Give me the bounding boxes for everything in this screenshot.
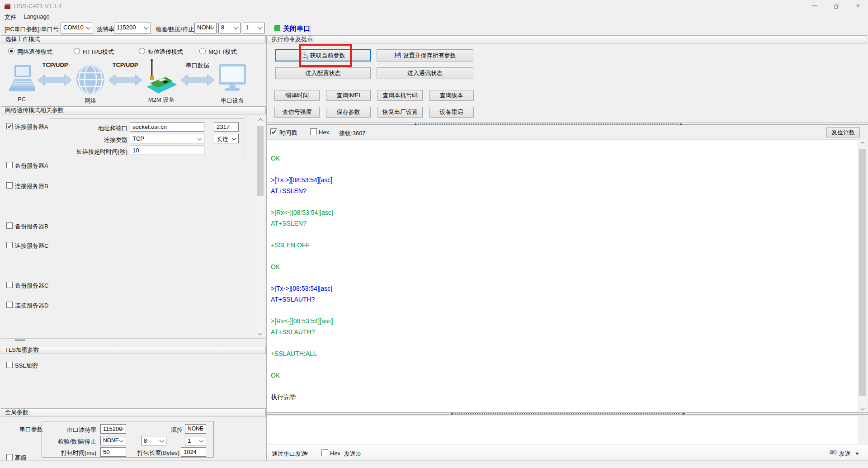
diagram-node-network-label: 网络: [85, 97, 96, 105]
send-via-serial-dropdown[interactable]: 通过串口发送: [272, 450, 307, 458]
scroll-down-icon[interactable]: [256, 330, 264, 337]
close-button[interactable]: ×: [850, 0, 866, 12]
factory-reset-button[interactable]: 恢复出厂设置: [377, 107, 423, 118]
com-port-select[interactable]: COM10: [61, 23, 93, 33]
pc-serial-params-label: [PC串口参数]:串口号: [5, 25, 59, 33]
diagram-link1-label: TCP/UDP: [42, 61, 68, 68]
server-d-checkbox[interactable]: [6, 302, 13, 308]
log-line: +SSLAUTH:ALL: [271, 349, 317, 358]
reset-counter-button[interactable]: 复位计数: [826, 127, 860, 137]
radio-mqtt-mode[interactable]: [199, 48, 206, 54]
radio-httpd-mode[interactable]: [74, 48, 80, 54]
compile-time-button[interactable]: 编译时间: [274, 90, 320, 101]
log-output-area[interactable]: [267, 139, 858, 412]
query-version-button[interactable]: 查询版本: [429, 90, 474, 101]
chevron-down-icon[interactable]: [855, 453, 859, 455]
conn-type-label: 连接类型: [73, 136, 127, 144]
query-imei-button[interactable]: 查询IMEI: [326, 90, 371, 101]
stop-bits-select[interactable]: 1: [243, 23, 265, 33]
send-speaker-icon: [829, 448, 837, 456]
get-current-params-button[interactable]: 获取当前参数: [275, 49, 371, 61]
splitter-dots: [418, 123, 678, 124]
params-scrollbar-thumb[interactable]: [257, 126, 264, 196]
menu-file[interactable]: 文件: [5, 13, 16, 21]
chevron-down-icon: [144, 25, 149, 30]
send-button[interactable]: 发送: [839, 450, 851, 458]
chevron-down-icon: [160, 438, 164, 442]
tls-header: TLS加密参数: [1, 346, 266, 354]
log-scrollbar-thumb[interactable]: [859, 149, 866, 396]
query-signal-button[interactable]: 查信号强度: [274, 107, 320, 118]
check-icon: [271, 129, 277, 135]
splitter-collapse-icon[interactable]: [450, 413, 454, 415]
scroll-up-icon[interactable]: [859, 139, 866, 147]
chevron-down-icon[interactable]: [305, 453, 308, 455]
diagram-node-serial-label: 串口设备: [221, 97, 244, 105]
send-hex-checkbox[interactable]: [321, 449, 328, 456]
menu-language[interactable]: Language: [24, 13, 50, 20]
splitter-collapse-icon[interactable]: [682, 413, 685, 415]
flow-control-select[interactable]: NONE: [185, 424, 206, 434]
log-scrollbar[interactable]: [858, 139, 866, 412]
set-save-all-params-button[interactable]: 设置并保存所有参数: [377, 49, 473, 61]
log-line: >[Tx->][08:53:54][asc]: [271, 284, 332, 293]
log-top-splitter[interactable]: [267, 123, 868, 125]
serial-parity-select[interactable]: NONE: [100, 436, 126, 445]
parity-data-stop-label: 检验/数据/停止: [156, 25, 194, 33]
collapsed-splitter-handle[interactable]: [15, 340, 25, 340]
addr-port-label: 地址和端口: [73, 124, 127, 132]
query-local-number-button[interactable]: 查询本机号码: [377, 90, 423, 101]
radio-net-transparent-mode[interactable]: [8, 48, 14, 54]
server-c-checkbox[interactable]: [6, 242, 13, 248]
close-port-button[interactable]: 关闭串口: [283, 24, 310, 33]
pack-len-input[interactable]: 1024: [181, 447, 206, 457]
minimize-button[interactable]: [807, 0, 822, 12]
timestamp-checkbox[interactable]: [270, 128, 277, 135]
scroll-down-icon[interactable]: [859, 405, 866, 412]
baud-select[interactable]: 115200: [114, 23, 151, 33]
log-line: OK: [271, 371, 280, 380]
save-params-button[interactable]: 保存参数: [326, 107, 371, 118]
recv-hex-checkbox[interactable]: [310, 128, 317, 135]
radio-net-transparent-label: 网络透传模式: [17, 48, 52, 56]
server-b-checkbox[interactable]: [6, 182, 13, 189]
pc-laptop-icon: [8, 65, 36, 93]
keep-mode-select[interactable]: 长连: [214, 134, 239, 143]
check-icon: [7, 123, 12, 129]
server-a-port-input[interactable]: 2317: [214, 122, 239, 132]
server-d-label: 连接服务器D: [15, 302, 48, 310]
splitter-collapse-icon[interactable]: [679, 123, 683, 125]
splitter-collapse-icon[interactable]: [414, 123, 417, 125]
serial-baud-select[interactable]: 115200: [100, 424, 126, 434]
data-bits-select[interactable]: 8: [218, 23, 241, 33]
net-params-header: 网络透传模式相关参数: [1, 106, 266, 114]
radio-sms-label: 短信透传模式: [148, 48, 183, 56]
recv-count: 接收:3607: [339, 129, 366, 137]
parity-select[interactable]: NONI: [194, 23, 217, 33]
params-scrollbar[interactable]: [256, 116, 264, 337]
enter-comm-state-button[interactable]: 进入通讯状态: [377, 67, 473, 79]
send-splitter[interactable]: [267, 412, 868, 415]
backup-server-c-checkbox[interactable]: [6, 282, 13, 288]
conn-type-select[interactable]: TCP: [130, 134, 204, 143]
radio-sms-mode[interactable]: [139, 48, 145, 54]
send-input-area[interactable]: [267, 416, 858, 444]
ssl-checkbox[interactable]: [6, 362, 13, 368]
serial-data-bits-select[interactable]: 8: [141, 436, 166, 445]
serial-stop-bits-select[interactable]: 1: [185, 436, 206, 445]
backup-server-b-checkbox[interactable]: [6, 222, 13, 229]
enter-config-state-button[interactable]: 进入配置状态: [275, 67, 371, 79]
server-a-address-input[interactable]: socket.usr.cn: [130, 122, 204, 132]
scroll-up-icon[interactable]: [256, 116, 264, 123]
server-a-checkbox[interactable]: [6, 123, 13, 129]
toolbar-separator: [311, 23, 311, 34]
backup-server-a-checkbox[interactable]: [6, 162, 13, 168]
device-restart-button[interactable]: 设备重启: [429, 107, 474, 118]
params-bottom-line: [1, 338, 266, 339]
app-icon: [4, 3, 11, 9]
advanced-checkbox[interactable]: [6, 454, 13, 460]
short-timeout-input[interactable]: 10: [130, 146, 204, 155]
restore-button[interactable]: [829, 0, 844, 12]
radio-httpd-label: HTTPD模式: [83, 48, 114, 56]
pack-time-input[interactable]: 50: [100, 447, 126, 457]
